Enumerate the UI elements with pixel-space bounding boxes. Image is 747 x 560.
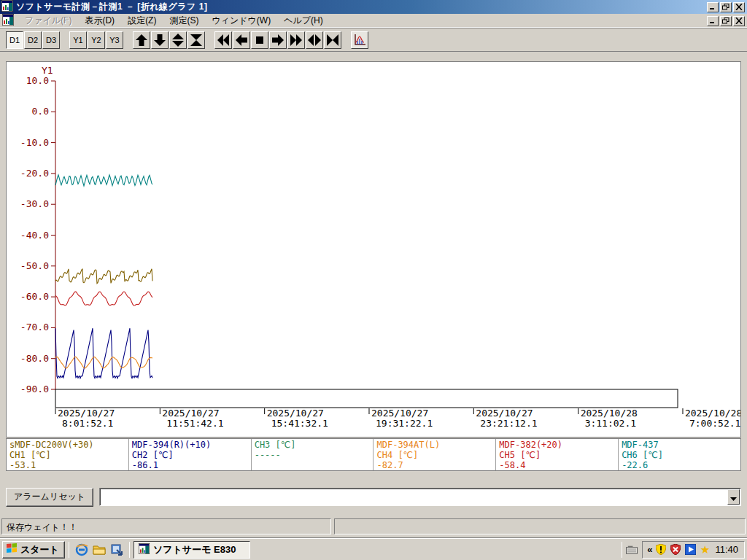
x-tick-date: 2025/10/27 — [371, 408, 428, 419]
y-axis-label: Y1 — [42, 65, 53, 76]
system-tray: « — [618, 541, 745, 559]
y-tick-label: -20.0 — [20, 168, 49, 179]
y-tick-label: -30.0 — [20, 198, 49, 209]
document-chart-icon[interactable] — [2, 14, 14, 28]
stop-button[interactable] — [251, 31, 268, 49]
fast-forward-button[interactable] — [287, 31, 305, 49]
legend-ch6: MDF-437CH6 [℃]-22.6 — [619, 439, 740, 470]
graph-settings-button[interactable] — [351, 31, 368, 49]
taskbar-app-button[interactable]: ソフトサーモ E830 — [133, 541, 250, 559]
double-right-icon — [290, 34, 303, 47]
up-arrow-icon — [135, 34, 148, 47]
window-title: ソフトサーモ計測－計測1 － [折れ線グラフ 1] — [16, 1, 707, 13]
double-left-icon — [217, 34, 230, 47]
channel-value: -22.6 — [622, 460, 738, 470]
tray-panel: « — [642, 541, 745, 559]
line-graph: Y110.00.0-10.0-20.0-30.0-40.0-50.0-60.0-… — [7, 62, 740, 437]
menu-item-ヘルプ[interactable]: ヘルプ(H) — [277, 13, 330, 28]
app-icon — [139, 543, 150, 556]
scroll-up-button[interactable] — [133, 31, 150, 49]
toolbar-button-y2[interactable]: Y2 — [88, 31, 105, 49]
graph-workspace: Y110.00.0-10.0-20.0-30.0-40.0-50.0-60.0-… — [0, 52, 747, 538]
graph-settings-icon — [353, 34, 366, 47]
channel-value: -82.7 — [376, 460, 492, 470]
series-ch1 — [55, 269, 152, 284]
x-tick-time: 11:51:42.1 — [166, 418, 223, 429]
toolbar-button-d2[interactable]: D2 — [24, 31, 42, 49]
y-tick-label: -10.0 — [20, 137, 49, 148]
media-player-icon[interactable] — [684, 544, 696, 556]
x-tick-time: 23:21:12.1 — [480, 418, 537, 429]
expand-horizontal-button[interactable] — [306, 31, 323, 49]
favorites-star-icon[interactable]: ★ — [699, 544, 711, 556]
legend-ch5: MDF-382(+20)CH5 [℃]-58.4 — [496, 439, 619, 470]
security-alert-icon[interactable] — [655, 544, 667, 556]
menu-item-測定[interactable]: 測定(S) — [163, 13, 205, 28]
alarm-reset-button[interactable]: アラームリセット — [6, 488, 93, 507]
windows-logo-icon — [6, 543, 18, 556]
ie-icon[interactable] — [74, 542, 89, 557]
sensor-name: MDF-394(R)(+10) — [132, 440, 248, 450]
toolbar-button-d1[interactable]: D1 — [6, 31, 23, 49]
channel-unit: CH2 [℃] — [132, 450, 248, 460]
down-arrow-icon — [153, 34, 166, 47]
restore-button[interactable] — [720, 2, 732, 12]
start-button[interactable]: スタート — [2, 541, 65, 559]
y-tick-label: -80.0 — [20, 353, 49, 364]
x-tick-date: 2025/10/27 — [162, 408, 219, 419]
y-tick-label: 10.0 — [26, 75, 49, 86]
collapse-vertical-icon — [190, 34, 203, 47]
expand-horizontal-icon — [308, 34, 321, 47]
menu-item-表示[interactable]: 表示(D) — [78, 13, 121, 28]
toolbar-button-y1[interactable]: Y1 — [69, 31, 87, 49]
taskbar-separator — [69, 542, 69, 558]
sensor-name: MDF-382(+20) — [499, 440, 615, 450]
chevron-down-icon — [730, 491, 737, 504]
status-panel-secondary — [334, 518, 746, 534]
legend-ch2: MDF-394(R)(+10)CH2 [℃]-86.1 — [129, 439, 252, 470]
step-left-button[interactable] — [233, 31, 250, 49]
legend-ch4: MDF-394AT(L)CH4 [℃]-82.7 — [374, 439, 496, 470]
step-right-button[interactable] — [269, 31, 287, 49]
x-tick-date: 2025/10/27 — [58, 408, 115, 419]
keyboard-icon[interactable] — [626, 544, 638, 556]
fast-rewind-button[interactable] — [214, 31, 232, 49]
menu-item-ウィンドウ[interactable]: ウィンドウ(W) — [205, 13, 277, 28]
collapse-chevron[interactable]: « — [647, 544, 652, 555]
toolbar-button-y3[interactable]: Y3 — [106, 31, 123, 49]
x-tick-date: 2025/10/27 — [476, 408, 533, 419]
left-arrow-icon — [235, 34, 248, 47]
series-ch2 — [55, 328, 152, 378]
child-close-button[interactable] — [733, 16, 745, 26]
minimize-button[interactable] — [707, 2, 719, 12]
x-tick-date: 2025/10/28 — [685, 408, 740, 419]
y-tick-label: 0.0 — [32, 106, 49, 117]
menu-item-設定[interactable]: 設定(Z) — [121, 13, 163, 28]
taskbar: スタート — [0, 538, 747, 560]
collapse-horizontal-button[interactable] — [324, 31, 341, 49]
menu-bar: ファイル(F)表示(D)設定(Z)測定(S)ウィンドウ(W)ヘルプ(H) — [0, 14, 747, 28]
y-tick-label: -50.0 — [20, 260, 49, 271]
child-minimize-button[interactable] — [707, 16, 719, 26]
scroll-down-button[interactable] — [151, 31, 169, 49]
folder-icon[interactable] — [92, 542, 107, 557]
menu-item-ファイル: ファイル(F) — [18, 13, 78, 28]
toolbar-button-d3[interactable]: D3 — [42, 31, 60, 49]
expand-vertical-button[interactable] — [169, 31, 187, 49]
antivirus-icon[interactable] — [670, 544, 681, 556]
x-tick-time: 8:01:52.1 — [62, 418, 113, 429]
y-tick-label: -40.0 — [20, 230, 49, 241]
alarm-combobox[interactable] — [99, 488, 741, 506]
collapse-vertical-button[interactable] — [187, 31, 205, 49]
child-restore-button[interactable] — [720, 16, 732, 26]
outlook-icon[interactable] — [109, 542, 124, 557]
close-button[interactable] — [733, 2, 745, 12]
legend-ch3: CH3 [℃]----- — [252, 439, 374, 470]
channel-value: -58.4 — [499, 460, 615, 470]
line-graph-panel: Y110.00.0-10.0-20.0-30.0-40.0-50.0-60.0-… — [6, 61, 741, 438]
channel-unit: CH1 [℃] — [9, 450, 125, 460]
combobox-dropdown-button[interactable] — [727, 489, 740, 505]
sensor-name: MDF-394AT(L) — [376, 440, 492, 450]
channel-unit: CH4 [℃] — [376, 450, 492, 460]
x-tick-date: 2025/10/28 — [581, 408, 638, 419]
